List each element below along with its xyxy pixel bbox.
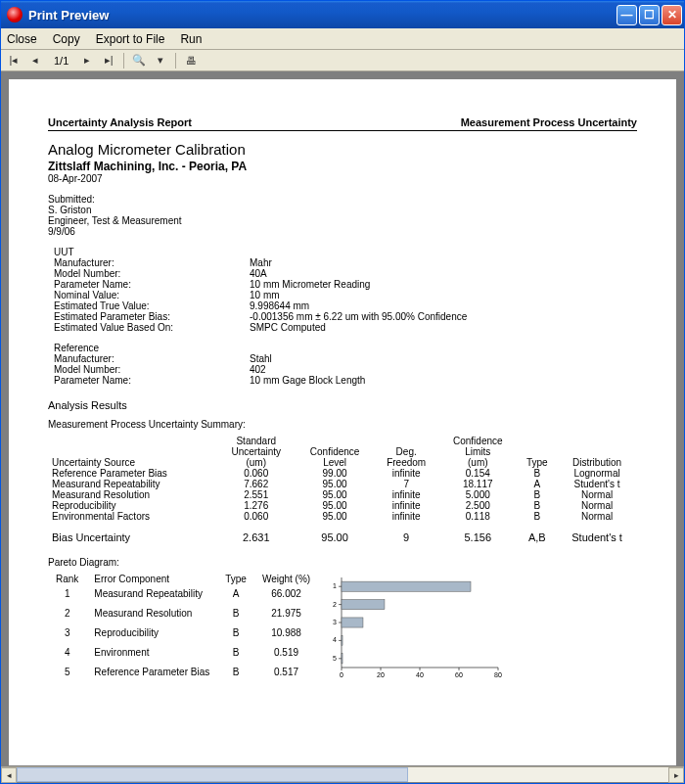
- pareto-table: Rank Error Component Type Weight (%) 1Me…: [48, 574, 318, 681]
- app-icon: [7, 7, 23, 23]
- kv-key: Model Number:: [54, 268, 250, 279]
- kv-value: Stahl: [250, 353, 637, 364]
- next-page-icon[interactable]: ▸: [78, 53, 96, 69]
- kv-key: Parameter Name:: [54, 375, 250, 386]
- window-title: Print Preview: [26, 8, 616, 23]
- col-rank: Rank: [48, 574, 86, 584]
- menubar: Close Copy Export to File Run: [1, 28, 684, 50]
- uncertainty-table: Standard Confidence Uncertainty Confiden…: [48, 436, 637, 543]
- submitted-role: Engineer, Test & Measurement: [48, 215, 637, 226]
- svg-rect-14: [342, 581, 471, 591]
- submitted-name: S. Griston: [48, 205, 637, 215]
- kv-key: Manufacturer:: [54, 353, 250, 364]
- svg-rect-17: [342, 600, 385, 610]
- svg-rect-23: [342, 635, 342, 645]
- col-dist: Distribution: [557, 457, 637, 468]
- submitted-date: 9/9/06: [48, 226, 637, 237]
- print-icon[interactable]: 🖶: [182, 53, 200, 69]
- scroll-left-icon[interactable]: ◂: [1, 767, 17, 783]
- svg-text:60: 60: [455, 671, 463, 678]
- table-row: Measurand Resolution2.55195.00infinite5.…: [48, 489, 637, 500]
- svg-text:5: 5: [333, 655, 337, 662]
- toolbar: |◂ ◂ 1/1 ▸ ▸| 🔍 ▾ 🖶: [1, 50, 684, 71]
- col-conf: Confidence: [296, 446, 374, 457]
- table-row: 4EnvironmentB0.519: [48, 642, 318, 662]
- kv-value: 402: [250, 364, 637, 375]
- zoom-dropdown-icon[interactable]: ▾: [152, 53, 169, 69]
- zoom-icon[interactable]: 🔍: [130, 53, 148, 69]
- uut-section: UUT Manufacturer:MahrModel Number:40APar…: [48, 247, 637, 333]
- scroll-thumb[interactable]: [17, 767, 408, 782]
- table-row: 5Reference Parameter BiasB0.517: [48, 662, 318, 681]
- report-header: Uncertainty Analysis Report Measurement …: [48, 116, 637, 131]
- window: Print Preview — ☐ ✕ Close Copy Export to…: [0, 0, 685, 784]
- table-row: Reference Parameter Bias0.06099.00infini…: [48, 468, 637, 479]
- uut-title: UUT: [54, 247, 637, 257]
- kv-key: Parameter Name:: [54, 279, 250, 290]
- kv-row: Nominal Value:10 mm: [48, 290, 637, 300]
- kv-value: 40A: [250, 268, 637, 279]
- kv-row: Model Number:40A: [48, 268, 637, 279]
- menu-export[interactable]: Export to File: [96, 32, 165, 46]
- svg-text:0: 0: [340, 671, 343, 678]
- svg-text:40: 40: [416, 671, 424, 678]
- horizontal-scrollbar[interactable]: ◂ ▸: [1, 766, 684, 782]
- col-type: Type: [517, 457, 557, 468]
- minimize-button[interactable]: —: [616, 5, 637, 25]
- analysis-title: Analysis Results: [48, 399, 637, 411]
- last-page-icon[interactable]: ▸|: [100, 53, 117, 69]
- content-area: Uncertainty Analysis Report Measurement …: [1, 71, 684, 783]
- kv-value: 9.998644 mm: [250, 300, 637, 311]
- table-row: Measurand Repeatability7.66295.00718.117…: [48, 479, 637, 489]
- analysis-summary-title: Measurement Process Uncertainty Summary:: [48, 419, 637, 430]
- svg-text:80: 80: [494, 671, 502, 678]
- scroll-track[interactable]: [17, 767, 668, 782]
- first-page-icon[interactable]: |◂: [5, 53, 23, 69]
- table-row: 1Measurand RepeatabilityA66.002: [48, 584, 318, 604]
- report-page: Uncertainty Analysis Report Measurement …: [9, 79, 676, 765]
- titlebar[interactable]: Print Preview — ☐ ✕: [1, 1, 684, 28]
- report-header-right: Measurement Process Uncertainty: [461, 116, 637, 128]
- window-controls: — ☐ ✕: [616, 5, 682, 25]
- kv-row: Estimated Parameter Bias:-0.001356 mm ± …: [48, 311, 637, 322]
- menu-run[interactable]: Run: [180, 32, 202, 46]
- menu-close[interactable]: Close: [7, 32, 37, 46]
- pareto-section: Rank Error Component Type Weight (%) 1Me…: [48, 574, 637, 681]
- kv-row: Estimated Value Based On:SMPC Computed: [48, 322, 637, 333]
- kv-row: Manufacturer:Mahr: [48, 257, 637, 268]
- col-weight: Weight (%): [254, 574, 318, 584]
- kv-value: -0.001356 mm ± 6.22 um with 95.00% Confi…: [250, 311, 637, 322]
- col-standard: Standard: [217, 436, 296, 446]
- pareto-title: Pareto Diagram:: [48, 557, 637, 568]
- maximize-button[interactable]: ☐: [639, 5, 660, 25]
- svg-text:4: 4: [333, 636, 337, 643]
- kv-row: Model Number:402: [48, 364, 637, 375]
- report-date: 08-Apr-2007: [48, 173, 637, 184]
- table-row: 3ReproducibilityB10.988: [48, 623, 318, 643]
- kv-key: Estimated Value Based On:: [54, 322, 250, 333]
- kv-row: Estimated True Value:9.998644 mm: [48, 300, 637, 311]
- report-header-left: Uncertainty Analysis Report: [48, 116, 192, 128]
- bias-uncertainty-row: Bias Uncertainty 2.631 95.00 9 5.156 A,B…: [48, 522, 637, 543]
- kv-value: 10 mm: [250, 290, 637, 300]
- svg-rect-26: [342, 654, 342, 664]
- kv-row: Manufacturer:Stahl: [48, 353, 637, 364]
- svg-text:1: 1: [333, 582, 337, 589]
- prev-page-icon[interactable]: ◂: [26, 53, 44, 69]
- kv-row: Parameter Name:10 mm Gage Block Length: [48, 375, 637, 386]
- close-button[interactable]: ✕: [662, 5, 682, 25]
- kv-row: Parameter Name:10 mm Micrometer Reading: [48, 279, 637, 290]
- toolbar-separator: [123, 53, 124, 69]
- table-row: 2Measurand ResolutionB21.975: [48, 604, 318, 623]
- kv-key: Manufacturer:: [54, 257, 250, 268]
- submitted-section: Submitted: S. Griston Engineer, Test & M…: [48, 194, 637, 237]
- col-ptype: Type: [217, 574, 254, 584]
- menu-copy[interactable]: Copy: [53, 32, 80, 46]
- reference-title: Reference: [54, 343, 637, 353]
- scroll-right-icon[interactable]: ▸: [668, 767, 684, 783]
- kv-value: 10 mm Micrometer Reading: [250, 279, 637, 290]
- kv-value: SMPC Computed: [250, 322, 637, 333]
- col-conflim: Confidence: [438, 436, 517, 446]
- report-title: Analog Micrometer Calibration: [48, 141, 637, 158]
- kv-value: Mahr: [250, 257, 637, 268]
